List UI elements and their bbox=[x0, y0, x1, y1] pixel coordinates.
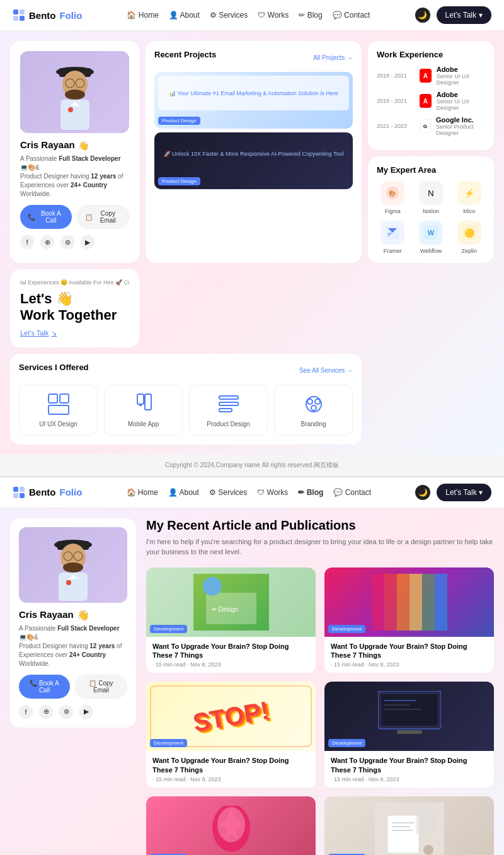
service-mobile[interactable]: Mobile App bbox=[104, 385, 183, 436]
svg-point-10 bbox=[65, 90, 85, 100]
svg-text:🟡: 🟡 bbox=[464, 228, 475, 238]
adobe-logo-1: A bbox=[420, 94, 432, 108]
nav2-contact[interactable]: 💬 Contact bbox=[333, 488, 371, 497]
see-all-services-link[interactable]: See All Services → bbox=[299, 367, 353, 374]
article-card-2[interactable]: Development Want To Upgrade Your Brain? … bbox=[324, 567, 494, 673]
article-card-4[interactable]: Development Want To Upgrade Your Brain? … bbox=[324, 682, 494, 788]
project-thumb-1[interactable]: 📊 Your Ultimate #1 Email Marketing & Aut… bbox=[154, 72, 353, 129]
brand-2: BentoFolio bbox=[13, 486, 82, 499]
article-title-4: Want To Upgrade Your Brain? Stop Doing T… bbox=[331, 756, 488, 774]
youtube-icon[interactable]: ▶ bbox=[81, 235, 94, 249]
product-design-icon bbox=[217, 393, 240, 416]
zeplin-icon: 🟡 bbox=[457, 221, 481, 245]
article-thumb-1: ✏ Design Development bbox=[146, 567, 316, 637]
nav2-works[interactable]: 🛡 Works bbox=[257, 488, 288, 497]
svg-rect-29 bbox=[49, 405, 69, 414]
article-title-1: Want To Upgrade Your Brain? Stop Doing T… bbox=[152, 642, 309, 660]
profile-name: Cris Rayaan bbox=[20, 139, 75, 150]
dark-mode-toggle[interactable]: 🌙 bbox=[415, 8, 430, 23]
svg-rect-42 bbox=[13, 493, 18, 498]
svg-rect-59 bbox=[372, 574, 384, 631]
ui-ux-icon bbox=[47, 393, 70, 416]
facebook-icon[interactable]: f bbox=[20, 235, 34, 249]
recent-projects-title: Recent Projects bbox=[154, 50, 216, 59]
svg-point-38 bbox=[315, 399, 320, 404]
sidebar-copy-email[interactable]: 📋 Copy Email bbox=[75, 675, 127, 699]
skill-webflow: W Webflow bbox=[415, 221, 447, 254]
service-product[interactable]: Product Design bbox=[189, 385, 268, 436]
brand-bento-2: Bento bbox=[29, 487, 56, 497]
services-title: Services I Offered bbox=[19, 363, 89, 372]
talk-button-1[interactable]: Let's Talk ▾ bbox=[437, 6, 491, 24]
webflow-icon: W bbox=[419, 221, 443, 245]
blog-sidebar: Cris Rayaan 👋 A Passionate Full Stack De… bbox=[10, 518, 136, 855]
copy-email-button[interactable]: 📋 Copy Email bbox=[77, 205, 130, 229]
skill-zeplin: 🟡 Zeplin bbox=[453, 221, 485, 254]
nav-about[interactable]: 👤 About bbox=[169, 11, 200, 20]
exp-item-2: 2021 - 2023 G Google Inc. Senior Product… bbox=[377, 116, 485, 136]
cta-card: tal Experiences 😊 Available For Hire 🚀 C… bbox=[10, 269, 139, 347]
svg-rect-61 bbox=[397, 574, 410, 631]
nav2-about[interactable]: 👤 About bbox=[168, 488, 199, 497]
dark-mode-toggle-2[interactable]: 🌙 bbox=[415, 485, 430, 500]
article-card-5[interactable]: Development Want To Upgrade Your Brain? … bbox=[146, 796, 316, 855]
nav2-blog[interactable]: ✏ Blog bbox=[298, 488, 323, 497]
svg-rect-62 bbox=[410, 574, 422, 631]
brand: BentoFolio bbox=[13, 9, 82, 21]
article-title-2: Want To Upgrade Your Brain? Stop Doing T… bbox=[331, 642, 488, 660]
svg-rect-75 bbox=[387, 815, 419, 853]
sidebar-youtube-icon[interactable]: ▶ bbox=[79, 705, 93, 719]
recent-projects-card: Recent Projects All Projects → 📊 Your Ul… bbox=[146, 41, 362, 263]
svg-rect-64 bbox=[435, 574, 447, 631]
github-icon[interactable]: ⊚ bbox=[60, 235, 74, 249]
article-card-3[interactable]: STOP! Development Want To Upgrade Your B… bbox=[146, 682, 316, 788]
nav-home[interactable]: 🏠 Home bbox=[127, 11, 158, 20]
article-meta-1: · 15 min read · Nov 8, 2023 bbox=[152, 661, 309, 668]
svg-point-56 bbox=[203, 577, 222, 596]
service-branding[interactable]: Branding bbox=[274, 385, 353, 436]
services-card: Services I Offered See All Services → UI… bbox=[10, 354, 362, 445]
talk-button-2[interactable]: Let's Talk ▾ bbox=[437, 484, 491, 501]
blog-page-title: My Recent Article and Publications bbox=[146, 518, 494, 533]
svg-point-53 bbox=[66, 580, 71, 585]
sidebar-social-links: f ⊕ ⊚ ▶ bbox=[19, 705, 127, 719]
article-meta-3: · 15 min read · Nov 8, 2023 bbox=[152, 776, 309, 782]
nav-works[interactable]: 🛡 Works bbox=[258, 11, 289, 20]
svg-text:W: W bbox=[428, 229, 435, 236]
nav2-home[interactable]: 🏠 Home bbox=[127, 488, 158, 497]
sidebar-github-icon[interactable]: ⊚ bbox=[59, 705, 73, 719]
pinterest-icon[interactable]: ⊕ bbox=[40, 235, 54, 249]
article-card-1[interactable]: ✏ Design Development Want To Upgrade You… bbox=[146, 567, 316, 673]
brand-folio-2: Folio bbox=[60, 487, 83, 497]
svg-text:🎨: 🎨 bbox=[389, 190, 396, 197]
cta-title: Let's 👋Work Together bbox=[20, 291, 129, 324]
all-projects-link[interactable]: All Projects → bbox=[313, 54, 353, 61]
sidebar-avatar bbox=[19, 527, 127, 603]
navbar-1: BentoFolio 🏠 Home 👤 About ⚙ Services 🛡 W… bbox=[0, 0, 504, 31]
project-thumb-2[interactable]: 🚀 Unlock 10X Faster & More Responsive AI… bbox=[154, 132, 353, 189]
sidebar-facebook-icon[interactable]: f bbox=[19, 705, 33, 719]
cta-talk-link[interactable]: Let's Talk ↘ bbox=[20, 329, 129, 337]
nav2-services[interactable]: ⚙ Services bbox=[209, 488, 247, 497]
sidebar-pinterest-icon[interactable]: ⊕ bbox=[39, 705, 53, 719]
article-card-6[interactable]: Development Want To Upgrade Your Brain? … bbox=[324, 796, 494, 855]
blog-layout: Cris Rayaan 👋 A Passionate Full Stack De… bbox=[10, 518, 494, 855]
nav-services[interactable]: ⚙ Services bbox=[210, 11, 248, 20]
svg-rect-33 bbox=[219, 396, 238, 399]
skill-figma: 🎨 Figma bbox=[377, 181, 409, 214]
mobile-app-icon bbox=[132, 393, 155, 416]
exp-item-1: 2018 - 2021 A Adobe Senior UI UX Designe… bbox=[377, 91, 485, 111]
skill-mico: ⚡ Mico bbox=[453, 181, 485, 214]
work-exp-title: Work Experience bbox=[377, 50, 485, 59]
sidebar-book-call[interactable]: 📞 Book A Call bbox=[19, 675, 70, 699]
svg-rect-0 bbox=[13, 9, 18, 15]
service-ui-ux[interactable]: UI UX Design bbox=[19, 385, 98, 436]
nav-contact[interactable]: 💬 Contact bbox=[333, 11, 370, 20]
profile-actions: 📞 Book A Call 📋 Copy Email bbox=[20, 205, 129, 229]
article-tag-4: Development bbox=[328, 739, 365, 747]
nav-blog[interactable]: ✏ Blog bbox=[299, 11, 322, 20]
project-tag-1: Product Design bbox=[158, 117, 200, 125]
services-grid: UI UX Design Mobile App Product Design bbox=[19, 385, 353, 436]
book-call-button[interactable]: 📞 Book A Call bbox=[20, 205, 72, 229]
sidebar-profile-name: Cris Rayaan bbox=[19, 609, 74, 620]
